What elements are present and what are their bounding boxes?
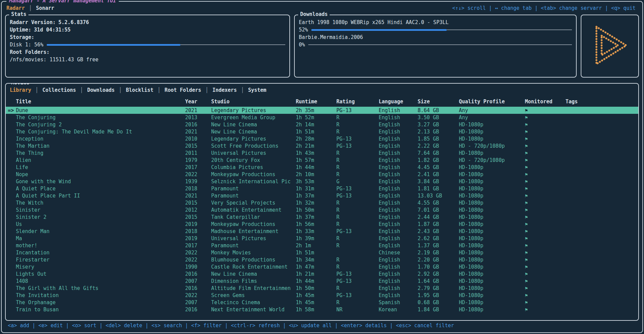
cell-rating: R <box>336 207 379 213</box>
table-row[interactable]: Ma 2019 Universal Pictures 1h 39m R Engl… <box>6 235 638 242</box>
cell-studio: Paramount <box>211 186 296 192</box>
cell-quality-profile: HD-1080p <box>459 200 525 206</box>
table-row[interactable]: Nope 2022 Monkeypaw Productions 2h 10m R… <box>6 171 638 178</box>
downloads-panel-title: Downloads <box>298 11 330 17</box>
table-row[interactable]: A Quiet Place 2018 Paramount 1h 31m PG-1… <box>6 185 638 192</box>
cell-title: The Invitation <box>16 292 185 298</box>
table-row[interactable]: A Quiet Place Part II 2021 Paramount 1h … <box>6 192 638 199</box>
table-row[interactable]: mother! 2017 Paramount 2h 1m R English 1… <box>6 242 638 249</box>
cell-title: 1408 <box>16 278 185 284</box>
tab-downloads[interactable]: Downloads <box>87 87 115 93</box>
cell-title: Lights Out <box>16 271 185 277</box>
app-title: Managarr - A Servarr management TUI <box>6 0 119 4</box>
cell-studio: Telecinco Cinema <box>211 299 296 306</box>
cell-year: 2018 <box>185 186 211 192</box>
table-row[interactable]: => Dune 2021 Legendary Pictures 2h 35m P… <box>6 107 638 114</box>
tab-system[interactable]: System <box>248 87 266 93</box>
table-row[interactable]: The Girl with All the Gifts 2016 Altitud… <box>6 285 638 292</box>
tab-separator <box>29 5 32 11</box>
download-progress-fill <box>311 29 447 31</box>
monitored-flag-icon: ⚑ <box>525 193 565 199</box>
cell-language: Spanish <box>379 299 418 306</box>
table-row[interactable]: Alien 1979 20th Century Fox 1h 57m R Eng… <box>6 156 638 164</box>
table-row[interactable]: The Thing 2011 Universal Pictures 1h 43m… <box>6 149 638 156</box>
cell-year: 2017 <box>185 164 211 170</box>
cell-year: 2016 <box>185 307 211 313</box>
table-row[interactable]: The Invitation 2022 Screen Gems 1h 45m P… <box>6 292 638 299</box>
cell-quality-profile: HD - 720p/1080p <box>459 143 525 149</box>
top-row: Stats Radarr Version: 5.2.6.8376 Uptime:… <box>5 15 639 78</box>
cell-rating: R <box>336 129 379 135</box>
cell-year: 2015 <box>185 143 211 149</box>
table-row[interactable]: The Conjuring 2 2016 New Line Cinema 2h … <box>6 121 638 128</box>
cell-size: 4.45 GB <box>418 164 459 170</box>
cell-rating: R <box>336 114 379 121</box>
cell-studio: Altitude Film Entertainmen <box>211 285 296 291</box>
table-row[interactable]: Life 2017 Columbia Pictures 1h 44m R Eng… <box>6 164 638 171</box>
cell-studio: Tank Caterpillar <box>211 214 296 220</box>
cell-quality-profile: HD-1080p <box>459 136 525 142</box>
cell-year: 2017 <box>185 243 211 249</box>
table-row[interactable]: Train to Busan 2016 Next Entertainment W… <box>6 306 638 313</box>
table-row[interactable]: The Conjuring: The Devil Made Me Do It 2… <box>6 128 638 135</box>
tab-library[interactable]: Library <box>10 87 31 93</box>
monitored-flag-icon: ⚑ <box>525 172 565 177</box>
table-row[interactable]: Us 2019 Monkeypaw Productions 1h 56m R E… <box>6 221 638 228</box>
selection-marker: => <box>6 107 16 113</box>
cell-title: Nope <box>16 171 185 178</box>
cell-studio: Monkeypaw Productions <box>211 221 296 227</box>
cell-quality-profile: HD-1080p <box>459 193 525 199</box>
cell-year: 2015 <box>185 214 211 220</box>
download-item: Barbie.Mermaidia.2006 0% <box>299 34 572 48</box>
cell-year: 2012 <box>185 207 211 213</box>
table-row[interactable]: Gone with the Wind 1939 Selznick Interna… <box>6 178 638 185</box>
cell-size: 7.64 GB <box>418 150 459 156</box>
header-tags: Tags <box>565 99 638 105</box>
monitored-flag-icon: ⚑ <box>525 158 565 163</box>
table-row[interactable]: Slender Man 2018 Madhouse Entertainment … <box>6 228 638 235</box>
table-row[interactable]: Inception 2010 Legendary Pictures 2h 28m… <box>6 135 638 142</box>
cell-rating: R <box>336 221 379 227</box>
tab-collections[interactable]: Collections <box>42 87 76 93</box>
cell-title: The Conjuring <box>16 114 185 121</box>
cell-runtime: 1h 50m <box>296 285 336 291</box>
table-row[interactable]: Incantation 2022 Monkey Movies 1h 51m Ch… <box>6 249 638 256</box>
tab-radarr[interactable]: Radarr <box>6 5 25 11</box>
cell-rating: R <box>336 285 379 291</box>
disk-usage-label: Disk 1: 56% <box>10 42 43 48</box>
cell-quality-profile: HD-1080p <box>459 221 525 227</box>
table-row[interactable]: 1408 2007 Dimension Films 1h 44m PG-13 E… <box>6 277 638 285</box>
table-row[interactable]: Sinister 2012 Automatik Entertainment 1h… <box>6 206 638 213</box>
play-logo-icon <box>587 22 632 70</box>
cell-studio: New Line Cinema <box>211 271 296 277</box>
tab-separator <box>35 87 38 93</box>
table-row[interactable]: The Conjuring 2013 Evergreen Media Group… <box>6 114 638 121</box>
table-row[interactable]: Sinister 2 2015 Tank Caterpillar 1h 37m … <box>6 213 638 221</box>
table-row[interactable]: The Martian 2015 Scott Free Productions … <box>6 142 638 149</box>
cell-size: 2.62 GB <box>418 235 459 242</box>
cell-runtime: 1h 37m <box>296 193 336 199</box>
cell-quality-profile: HD - 720p/1080p <box>459 157 525 163</box>
table-row[interactable]: Misery 1990 Castle Rock Entertainment 1h… <box>6 263 638 270</box>
tab-blocklist[interactable]: Blocklist <box>126 87 153 93</box>
table-row[interactable]: The Orphanage 2007 Telecinco Cinema 1h 4… <box>6 299 638 306</box>
table-row[interactable]: The Witch 2015 Very Special Projects 1h … <box>6 199 638 206</box>
tab-root-folders[interactable]: Root Folders <box>164 87 201 93</box>
cell-title: Incantation <box>16 250 185 256</box>
cell-size: 1.82 GB <box>418 157 459 163</box>
cell-year: 1979 <box>185 157 211 163</box>
cell-year: 2013 <box>185 114 211 121</box>
tab-indexers[interactable]: Indexers <box>213 87 237 93</box>
cell-language: English <box>379 136 418 142</box>
monitored-flag-icon: ⚑ <box>525 207 565 213</box>
header-rating: Rating <box>336 99 379 105</box>
cell-rating: R <box>336 157 379 163</box>
cell-title: Us <box>16 221 185 227</box>
cell-studio: Universal Pictures <box>211 235 296 242</box>
table-row[interactable]: Lights Out 2016 New Line Cinema 1h 21m P… <box>6 270 638 277</box>
cell-language: English <box>379 292 418 298</box>
table-row[interactable]: Firestarter 2022 Blumhouse Productions 1… <box>6 256 638 263</box>
cell-size: 0.68 GB <box>418 299 459 306</box>
cell-runtime: 1h 56m <box>296 221 336 227</box>
tab-sonarr[interactable]: Sonarr <box>36 5 54 11</box>
